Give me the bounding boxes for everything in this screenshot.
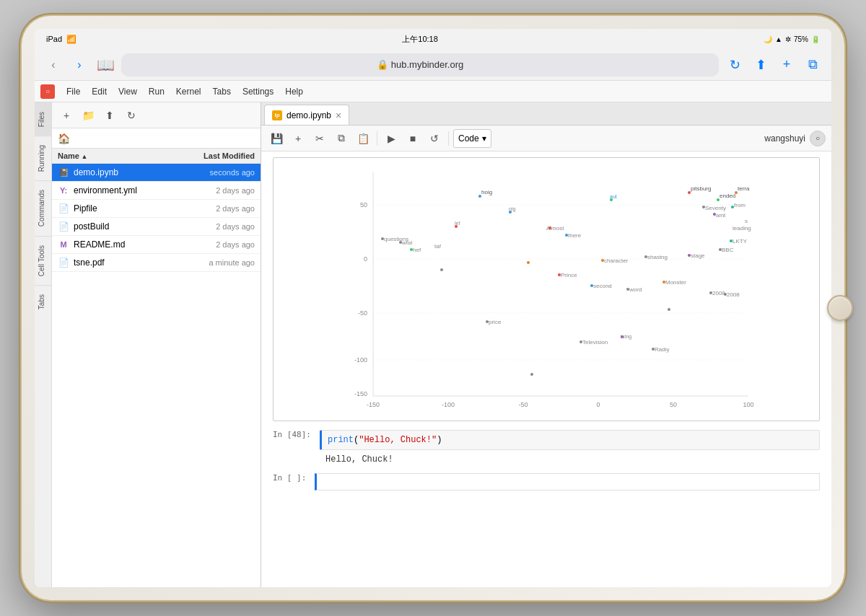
svg-point-28	[713, 213, 716, 216]
back-button[interactable]: ‹	[43, 55, 64, 75]
file-item-env[interactable]: Y: environment.yml 2 days ago	[52, 182, 261, 200]
svg-text:hef: hef	[413, 247, 421, 253]
svg-point-61	[662, 281, 665, 283]
home-hardware-button[interactable]	[827, 295, 853, 321]
run-button[interactable]: ▶	[382, 129, 401, 148]
file-item-pipfile[interactable]: 📄 Pipfile 2 days ago	[52, 200, 261, 218]
column-modified-header: Last Modified	[183, 151, 255, 160]
notebook-tab-close[interactable]: ×	[336, 110, 341, 121]
address-bar[interactable]: 🔒 hub.mybinder.org	[121, 53, 719, 76]
cut-button[interactable]: ✂	[310, 129, 329, 148]
svg-text:word: word	[629, 286, 642, 293]
svg-text:hoig: hoig	[481, 189, 492, 195]
cell-type-selector[interactable]: Code ▾	[453, 129, 491, 148]
svg-point-69	[579, 340, 582, 343]
code-string-value: "Hello, Chuck!"	[359, 435, 437, 445]
yaml-icon: Y:	[58, 185, 69, 196]
file-item-demo[interactable]: 📓 demo.ipynb seconds ago	[52, 164, 261, 182]
new-file-button[interactable]: +	[58, 107, 75, 124]
username-label: wangshuyi	[764, 133, 805, 144]
bookmarks-button[interactable]: 📖	[95, 55, 115, 75]
notebook-icon: 📓	[58, 167, 69, 178]
menu-view[interactable]: View	[113, 81, 143, 102]
svg-text:latng: latng	[621, 334, 631, 340]
svg-point-33	[548, 226, 551, 229]
menu-file[interactable]: File	[61, 81, 86, 102]
cell-input-48[interactable]: print("Hello, Chuck!")	[320, 430, 820, 450]
new-folder-button[interactable]: 📁	[79, 107, 97, 124]
notebook-content: 50 0 -50 -100 -150 -150 -100 -50 0 50 10…	[261, 151, 831, 587]
browser-bar: ‹ › 📖 🔒 hub.mybinder.org ↻ ⬆ + ⧉	[35, 49, 831, 81]
file-name-tsne: tsne.pdf	[74, 258, 209, 268]
lock-icon: 🔒	[377, 59, 388, 70]
svg-text:LKTY: LKTY	[732, 238, 748, 245]
menu-help[interactable]: Help	[279, 81, 309, 102]
copy-button[interactable]: ⧉	[332, 129, 351, 148]
file-list: 📓 demo.ipynb seconds ago Y: environment.…	[52, 164, 261, 587]
sidebar-tab-tabs[interactable]: Tabs	[35, 285, 51, 318]
svg-point-26	[702, 206, 705, 208]
svg-text:nig: nig	[509, 206, 515, 212]
svg-text:50: 50	[670, 401, 677, 408]
svg-text:0: 0	[364, 255, 367, 263]
ipad-screen: iPad 📶 上午10:18 🌙 ▲ ✲ 75% 🔋 ‹ › 📖 🔒 hub.m…	[35, 29, 831, 587]
svg-point-67	[486, 320, 489, 323]
svg-text:-150: -150	[354, 390, 367, 397]
cell-input-empty[interactable]	[315, 473, 820, 490]
menu-settings[interactable]: Settings	[237, 81, 279, 102]
moon-icon: 🌙	[764, 35, 772, 43]
file-item-tsne[interactable]: 📄 tsne.pdf a minute ago	[52, 254, 261, 272]
forward-button[interactable]: ›	[69, 55, 89, 75]
sidebar-tab-celltools[interactable]: Cell Tools	[35, 236, 51, 285]
svg-text:Monster: Monster	[665, 279, 686, 286]
file-name-env: environment.yml	[74, 185, 216, 195]
svg-text:Prince: Prince	[561, 272, 577, 278]
svg-text:there: there	[568, 232, 582, 239]
svg-text:-100: -100	[442, 401, 455, 408]
sidebar-tab-files[interactable]: Files	[35, 102, 51, 136]
menu-tabs[interactable]: Tabs	[207, 81, 237, 102]
menu-edit[interactable]: Edit	[86, 81, 113, 102]
file-name-post: postBuild	[74, 221, 216, 232]
menu-kernel[interactable]: Kernel	[170, 81, 207, 102]
svg-text:pitsburg: pitsburg	[691, 185, 711, 192]
svg-point-43	[601, 259, 604, 262]
svg-text:Seventy: Seventy	[705, 205, 726, 211]
save-button[interactable]: 💾	[267, 129, 286, 148]
notebook-tab-demo[interactable]: ip demo.ipynb ×	[264, 105, 349, 125]
svg-text:Radiy: Radiy	[655, 346, 669, 353]
svg-text:from: from	[734, 202, 745, 208]
refresh-button[interactable]: ↻	[725, 55, 745, 75]
toolbar-separator-2	[448, 131, 449, 146]
upload-button[interactable]: ⬆	[101, 107, 118, 124]
svg-text:lef: lef	[455, 221, 460, 226]
svg-text:0: 0	[596, 401, 600, 408]
sidebar-tab-running[interactable]: Running	[35, 136, 51, 180]
add-cell-button[interactable]: +	[289, 129, 307, 148]
sidebar-tab-commands[interactable]: Commands	[35, 180, 51, 235]
column-name-header[interactable]: Name	[58, 151, 183, 160]
svg-text:aut: aut	[610, 194, 617, 199]
paste-button[interactable]: 📋	[354, 129, 372, 148]
file-name-readme: README.md	[74, 239, 216, 250]
status-left: iPad 📶	[46, 35, 76, 44]
svg-point-30	[731, 206, 734, 208]
svg-text:character: character	[604, 258, 629, 264]
stop-button[interactable]: ■	[403, 129, 422, 148]
svg-point-75	[440, 268, 443, 271]
svg-point-55	[558, 273, 561, 276]
file-item-postbuild[interactable]: 📄 postBuild 2 days ago	[52, 218, 261, 236]
restart-button[interactable]: ↺	[425, 129, 444, 148]
cell-type-label: Code	[458, 133, 479, 144]
tabs-button[interactable]: ⧉	[802, 55, 823, 75]
svg-text:100: 100	[743, 401, 753, 408]
scatter-plot-cell: 50 0 -50 -100 -150 -150 -100 -50 0 50 10…	[273, 157, 820, 421]
menu-run[interactable]: Run	[143, 81, 170, 102]
refresh-files-button[interactable]: ↻	[123, 107, 140, 124]
file-item-readme[interactable]: M README.md 2 days ago	[52, 236, 261, 254]
home-button[interactable]: 🏠	[58, 133, 70, 144]
new-tab-button[interactable]: +	[777, 55, 797, 75]
svg-point-18	[688, 191, 691, 194]
pdf-icon: 📄	[58, 257, 69, 268]
share-button[interactable]: ⬆	[751, 55, 771, 75]
